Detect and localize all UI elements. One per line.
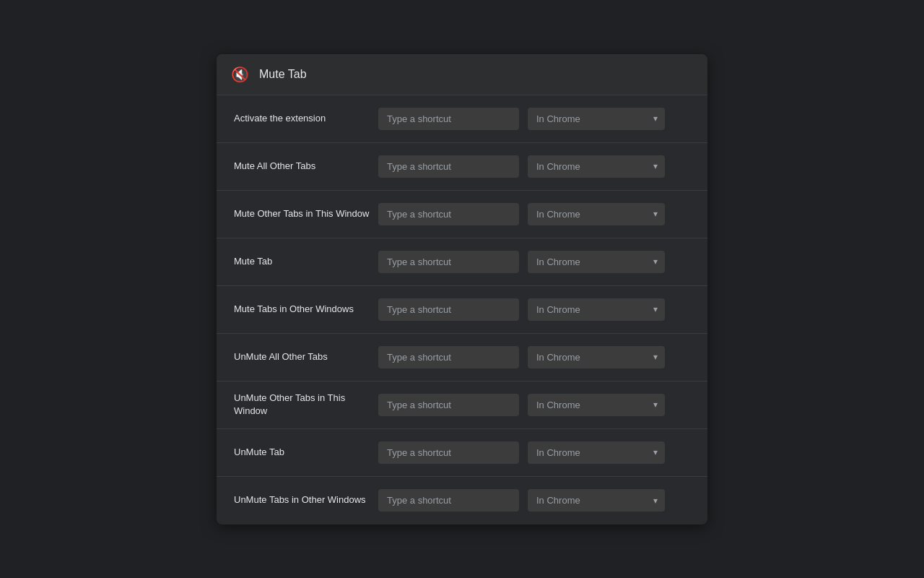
scope-wrapper-unmute-tab: In ChromeGlobal bbox=[528, 441, 665, 464]
shortcut-row: UnMute Tabs in Other WindowsIn ChromeGlo… bbox=[217, 477, 707, 525]
shortcuts-list: Activate the extensionIn ChromeGlobalMut… bbox=[217, 95, 707, 525]
scope-wrapper-mute-all-other-tabs: In ChromeGlobal bbox=[528, 155, 665, 178]
mute-tab-icon: 🔇 bbox=[231, 66, 249, 83]
shortcut-input-mute-tab[interactable] bbox=[378, 251, 519, 273]
shortcut-input-mute-tabs-other-windows[interactable] bbox=[378, 298, 519, 321]
shortcut-input-unmute-tab[interactable] bbox=[378, 441, 519, 464]
shortcut-row: Mute TabIn ChromeGlobal bbox=[217, 238, 707, 286]
scope-select-mute-tabs-other-windows[interactable]: In ChromeGlobal bbox=[528, 298, 665, 321]
scope-wrapper-mute-other-tabs-window: In ChromeGlobal bbox=[528, 203, 665, 225]
scope-select-unmute-tabs-other-windows[interactable]: In ChromeGlobal bbox=[528, 489, 665, 512]
shortcut-row: UnMute All Other TabsIn ChromeGlobal bbox=[217, 334, 707, 381]
scope-select-unmute-other-tabs-window[interactable]: In ChromeGlobal bbox=[528, 394, 665, 416]
panel-title: Mute Tab bbox=[259, 68, 307, 81]
shortcut-label-mute-tab: Mute Tab bbox=[234, 255, 378, 268]
shortcut-label-mute-other-tabs-window: Mute Other Tabs in This Window bbox=[234, 207, 378, 220]
scope-select-activate-extension[interactable]: In ChromeGlobal bbox=[528, 108, 665, 130]
scope-select-mute-other-tabs-window[interactable]: In ChromeGlobal bbox=[528, 203, 665, 225]
scope-select-unmute-tab[interactable]: In ChromeGlobal bbox=[528, 441, 665, 464]
scope-select-unmute-all-other-tabs[interactable]: In ChromeGlobal bbox=[528, 346, 665, 368]
shortcut-input-unmute-all-other-tabs[interactable] bbox=[378, 346, 519, 368]
shortcut-row: Mute All Other TabsIn ChromeGlobal bbox=[217, 143, 707, 191]
shortcut-input-activate-extension[interactable] bbox=[378, 108, 519, 130]
scope-wrapper-unmute-all-other-tabs: In ChromeGlobal bbox=[528, 346, 665, 368]
shortcut-label-unmute-all-other-tabs: UnMute All Other Tabs bbox=[234, 350, 378, 363]
shortcut-label-unmute-other-tabs-window: UnMute Other Tabs in This Window bbox=[234, 392, 378, 418]
scope-select-mute-all-other-tabs[interactable]: In ChromeGlobal bbox=[528, 155, 665, 178]
shortcut-input-unmute-other-tabs-window[interactable] bbox=[378, 394, 519, 416]
scope-select-mute-tab[interactable]: In ChromeGlobal bbox=[528, 251, 665, 273]
shortcut-row: Mute Tabs in Other WindowsIn ChromeGloba… bbox=[217, 286, 707, 334]
scope-wrapper-unmute-other-tabs-window: In ChromeGlobal bbox=[528, 394, 665, 416]
scope-wrapper-unmute-tabs-other-windows: In ChromeGlobal bbox=[528, 489, 665, 512]
shortcut-label-unmute-tabs-other-windows: UnMute Tabs in Other Windows bbox=[234, 493, 378, 506]
shortcut-row: Mute Other Tabs in This WindowIn ChromeG… bbox=[217, 191, 707, 238]
shortcut-row: UnMute TabIn ChromeGlobal bbox=[217, 429, 707, 477]
scope-wrapper-mute-tabs-other-windows: In ChromeGlobal bbox=[528, 298, 665, 321]
scope-wrapper-activate-extension: In ChromeGlobal bbox=[528, 108, 665, 130]
shortcut-label-activate-extension: Activate the extension bbox=[234, 112, 378, 125]
panel-header: 🔇 Mute Tab bbox=[217, 54, 707, 95]
shortcut-input-mute-other-tabs-window[interactable] bbox=[378, 203, 519, 225]
shortcut-label-mute-tabs-other-windows: Mute Tabs in Other Windows bbox=[234, 303, 378, 316]
shortcut-row: Activate the extensionIn ChromeGlobal bbox=[217, 95, 707, 143]
shortcut-input-unmute-tabs-other-windows[interactable] bbox=[378, 489, 519, 512]
shortcut-row: UnMute Other Tabs in This WindowIn Chrom… bbox=[217, 381, 707, 429]
scope-wrapper-mute-tab: In ChromeGlobal bbox=[528, 251, 665, 273]
shortcut-input-mute-all-other-tabs[interactable] bbox=[378, 155, 519, 178]
mute-tab-panel: 🔇 Mute Tab Activate the extensionIn Chro… bbox=[217, 54, 707, 525]
shortcut-label-unmute-tab: UnMute Tab bbox=[234, 446, 378, 459]
shortcut-label-mute-all-other-tabs: Mute All Other Tabs bbox=[234, 160, 378, 173]
